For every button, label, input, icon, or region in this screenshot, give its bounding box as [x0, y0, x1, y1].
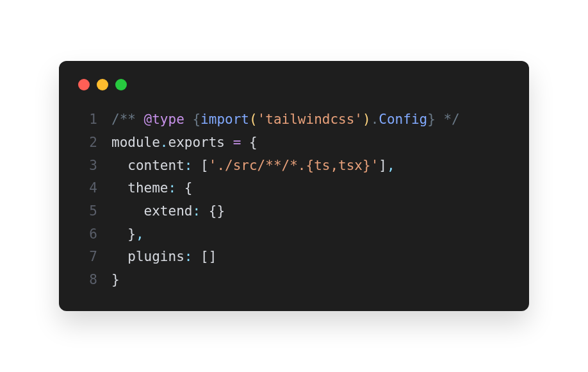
code-editor-window: 1 /** @type {import('tailwindcss').Confi…: [59, 61, 529, 311]
token-comment: */: [436, 112, 460, 127]
window-controls: [78, 79, 510, 90]
token-key: content: [127, 158, 184, 173]
token-brace: }: [111, 272, 120, 287]
code-area[interactable]: 1 /** @type {import('tailwindcss').Confi…: [78, 108, 510, 292]
token-import: import: [200, 112, 249, 127]
token-brackets: []: [200, 249, 216, 264]
token-indent: [111, 158, 127, 173]
minimize-icon[interactable]: [97, 79, 108, 90]
code-content: },: [111, 223, 144, 246]
token-identifier: module: [111, 135, 160, 150]
token-dot: .: [371, 112, 379, 127]
token-key: plugins: [127, 249, 184, 264]
token-jsdoc-tag: @type: [144, 112, 184, 127]
token-indent: [111, 226, 127, 242]
token-identifier: exports: [168, 135, 225, 150]
code-line: 3 content: ['./src/**/*.{ts,tsx}'],: [78, 155, 510, 178]
token-comma: ,: [136, 226, 144, 242]
token-space: [184, 112, 193, 127]
code-line: 2 module.exports = {: [78, 131, 510, 155]
token-indent: [111, 180, 127, 196]
token-operator: =: [225, 135, 249, 150]
token-bracket: ]: [379, 158, 387, 173]
token-string: 'tailwindcss': [257, 112, 363, 127]
token-brace: {: [192, 112, 200, 127]
token-indent: [111, 249, 127, 264]
token-braces: {}: [209, 203, 225, 219]
token-key: theme: [127, 180, 168, 196]
code-line: 8 }: [78, 269, 510, 292]
token-comma: ,: [387, 158, 395, 173]
line-number: 7: [78, 246, 97, 269]
token-indent: [111, 203, 144, 219]
token-colon: :: [192, 203, 208, 219]
token-paren: ): [363, 112, 371, 127]
line-number: 4: [78, 177, 97, 200]
code-content: extend: {}: [111, 200, 225, 223]
token-key: extend: [144, 203, 193, 219]
code-content: }: [111, 269, 120, 292]
line-number: 1: [78, 108, 97, 131]
code-line: 7 plugins: []: [78, 246, 510, 269]
line-number: 8: [78, 269, 97, 292]
token-comment: /**: [111, 112, 144, 127]
line-number: 6: [78, 223, 97, 246]
close-icon[interactable]: [78, 79, 90, 90]
token-colon: :: [184, 249, 200, 264]
maximize-icon[interactable]: [115, 79, 127, 90]
token-type: Config: [379, 112, 427, 127]
line-number: 2: [78, 131, 97, 155]
token-paren: (: [249, 112, 257, 127]
code-content: theme: {: [111, 177, 192, 200]
token-brace: }: [127, 226, 136, 242]
token-colon: :: [168, 180, 184, 196]
token-string: './src/**/*.{ts,tsx}': [209, 158, 379, 173]
code-line: 6 },: [78, 223, 510, 246]
code-content: plugins: []: [111, 246, 216, 269]
code-line: 1 /** @type {import('tailwindcss').Confi…: [78, 108, 510, 131]
line-number: 3: [78, 155, 97, 178]
line-number: 5: [78, 200, 97, 223]
token-brace: }: [427, 112, 436, 127]
code-line: 5 extend: {}: [78, 200, 510, 223]
token-bracket: [: [200, 158, 209, 173]
token-dot: .: [160, 135, 168, 150]
token-brace: {: [184, 180, 193, 196]
code-content: content: ['./src/**/*.{ts,tsx}'],: [111, 155, 395, 178]
token-colon: :: [184, 158, 200, 173]
code-line: 4 theme: {: [78, 177, 510, 200]
token-brace: {: [249, 135, 257, 150]
code-content: module.exports = {: [111, 131, 257, 155]
code-content: /** @type {import('tailwindcss').Config}…: [111, 108, 460, 131]
